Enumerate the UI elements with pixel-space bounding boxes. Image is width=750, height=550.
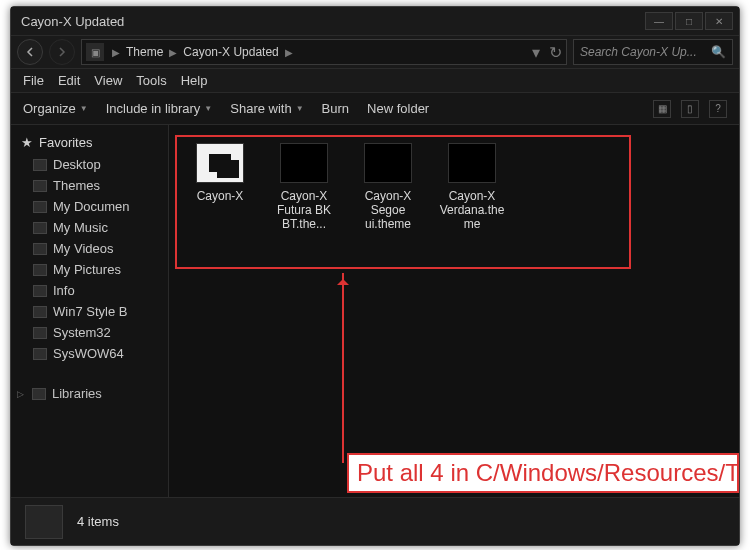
content-pane[interactable]: Cayon-X Cayon-X Futura BK BT.the... Cayo…	[169, 125, 739, 497]
chevron-right-icon: ▷	[17, 389, 24, 399]
back-button[interactable]	[17, 39, 43, 65]
sidebar-item-my-documents[interactable]: My Documen	[11, 196, 168, 217]
menu-view[interactable]: View	[94, 73, 122, 88]
title-bar: Cayon-X Updated — □ ✕	[11, 7, 739, 35]
include-in-library-menu[interactable]: Include in library▼	[106, 101, 213, 116]
file-item[interactable]: Cayon-X Futura BK BT.the...	[271, 143, 337, 231]
star-icon: ★	[21, 135, 33, 150]
nav-row: ▣ ▶ Theme ▶ Cayon-X Updated ▶ ▾ ↻ Search…	[11, 35, 739, 69]
new-folder-button[interactable]: New folder	[367, 101, 429, 116]
sidebar-item-syswow64[interactable]: SysWOW64	[11, 343, 168, 364]
annotation-arrow	[342, 273, 344, 463]
folder-icon	[33, 306, 47, 318]
folder-icon	[33, 159, 47, 171]
maximize-button[interactable]: □	[675, 12, 703, 30]
folder-icon	[33, 243, 47, 255]
search-placeholder: Search Cayon-X Up...	[580, 45, 697, 59]
folder-icon	[33, 285, 47, 297]
folder-icon	[25, 505, 63, 539]
file-grid: Cayon-X Cayon-X Futura BK BT.the... Cayo…	[169, 125, 739, 249]
status-bar: 4 items	[11, 497, 739, 545]
explorer-window: Cayon-X Updated — □ ✕ ▣ ▶ Theme ▶ Cayon-…	[10, 6, 740, 546]
sidebar-item-themes[interactable]: Themes	[11, 175, 168, 196]
libraries-header[interactable]: ▷ Libraries	[11, 382, 168, 405]
minimize-button[interactable]: —	[645, 12, 673, 30]
chevron-right-icon: ▶	[110, 47, 122, 58]
sidebar-item-my-videos[interactable]: My Videos	[11, 238, 168, 259]
breadcrumb-dropdown[interactable]: ▾ ↻	[532, 43, 562, 62]
folder-icon	[33, 201, 47, 213]
file-label: Cayon-X Segoe ui.theme	[355, 189, 421, 231]
chevron-right-icon: ▶	[283, 47, 295, 58]
breadcrumb-item[interactable]: Cayon-X Updated	[179, 45, 282, 59]
file-label: Cayon-X	[197, 189, 244, 203]
share-with-menu[interactable]: Share with▼	[230, 101, 303, 116]
sidebar-item-system32[interactable]: System32	[11, 322, 168, 343]
sidebar-item-desktop[interactable]: Desktop	[11, 154, 168, 175]
file-item[interactable]: Cayon-X Segoe ui.theme	[355, 143, 421, 231]
menu-edit[interactable]: Edit	[58, 73, 80, 88]
help-button[interactable]: ?	[709, 100, 727, 118]
folder-icon	[33, 180, 47, 192]
toolbar: Organize▼ Include in library▼ Share with…	[11, 93, 739, 125]
theme-file-icon	[364, 143, 412, 183]
sidebar-item-my-music[interactable]: My Music	[11, 217, 168, 238]
close-button[interactable]: ✕	[705, 12, 733, 30]
window-title: Cayon-X Updated	[17, 14, 643, 29]
folder-icon	[33, 348, 47, 360]
file-label: Cayon-X Verdana.theme	[439, 189, 505, 231]
chevron-down-icon: ▼	[296, 104, 304, 113]
folder-icon	[196, 143, 244, 183]
theme-file-icon	[280, 143, 328, 183]
preview-pane-button[interactable]: ▯	[681, 100, 699, 118]
folder-icon: ▣	[86, 43, 104, 61]
window-buttons: — □ ✕	[643, 12, 733, 30]
annotation-text: Put all 4 in C/Windows/Resources/Them	[347, 453, 739, 493]
sidebar: ★ Favorites Desktop Themes My Documen My…	[11, 125, 169, 497]
chevron-right-icon: ▶	[167, 47, 179, 58]
search-icon: 🔍	[711, 45, 726, 59]
theme-file-icon	[448, 143, 496, 183]
sidebar-item-win7-style[interactable]: Win7 Style B	[11, 301, 168, 322]
folder-icon	[33, 264, 47, 276]
chevron-down-icon: ▼	[80, 104, 88, 113]
file-item[interactable]: Cayon-X Verdana.theme	[439, 143, 505, 231]
status-text: 4 items	[77, 514, 119, 529]
menu-bar: File Edit View Tools Help	[11, 69, 739, 93]
body: ★ Favorites Desktop Themes My Documen My…	[11, 125, 739, 497]
breadcrumb-item[interactable]: Theme	[122, 45, 167, 59]
organize-menu[interactable]: Organize▼	[23, 101, 88, 116]
menu-tools[interactable]: Tools	[136, 73, 166, 88]
view-options-button[interactable]: ▦	[653, 100, 671, 118]
sidebar-item-my-pictures[interactable]: My Pictures	[11, 259, 168, 280]
file-item[interactable]: Cayon-X	[187, 143, 253, 203]
file-label: Cayon-X Futura BK BT.the...	[271, 189, 337, 231]
chevron-down-icon: ▼	[204, 104, 212, 113]
favorites-header[interactable]: ★ Favorites	[11, 131, 168, 154]
menu-help[interactable]: Help	[181, 73, 208, 88]
breadcrumb[interactable]: ▣ ▶ Theme ▶ Cayon-X Updated ▶ ▾ ↻	[81, 39, 567, 65]
folder-icon	[33, 222, 47, 234]
sidebar-item-info[interactable]: Info	[11, 280, 168, 301]
menu-file[interactable]: File	[23, 73, 44, 88]
folder-icon	[33, 327, 47, 339]
forward-button[interactable]	[49, 39, 75, 65]
libraries-icon	[32, 388, 46, 400]
burn-button[interactable]: Burn	[322, 101, 349, 116]
search-input[interactable]: Search Cayon-X Up... 🔍	[573, 39, 733, 65]
